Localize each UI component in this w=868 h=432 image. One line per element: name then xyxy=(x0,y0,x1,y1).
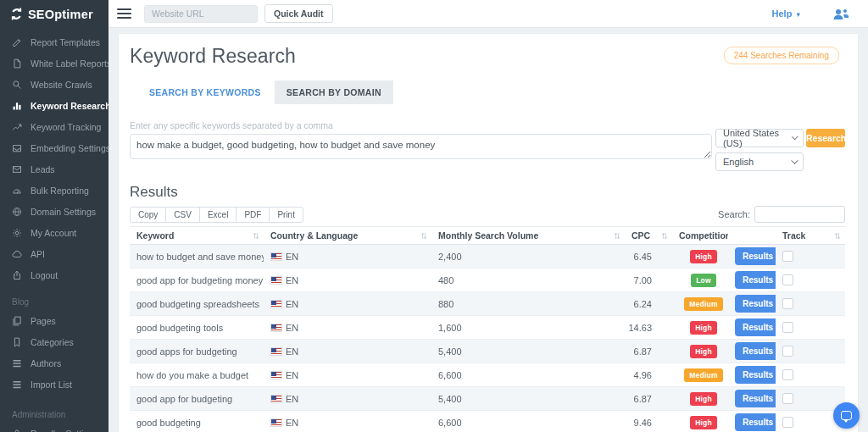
sort-icon[interactable]: ⇅ xyxy=(614,231,620,241)
sidebar-item-logout[interactable]: Logout xyxy=(0,264,108,285)
sidebar-item-categories[interactable]: Categories xyxy=(0,331,108,352)
track-checkbox[interactable] xyxy=(782,251,793,262)
column-header-keyword[interactable]: Keyword⇅ xyxy=(130,230,264,241)
us-flag-icon xyxy=(270,324,282,332)
track-cell xyxy=(776,251,845,262)
keyword-cell: good budgeting tools xyxy=(130,323,264,333)
bookmark-icon xyxy=(12,337,22,347)
main-content: Keyword Research 244 Searches Remaining … xyxy=(108,28,868,432)
quick-audit-button[interactable]: Quick Audit xyxy=(264,4,333,23)
sidebar-item-pages[interactable]: Pages xyxy=(0,310,108,331)
help-menu[interactable]: Help ▾ xyxy=(772,8,800,19)
actions-cell: Results xyxy=(728,295,776,313)
chat-widget-button[interactable] xyxy=(833,402,860,429)
competition-badge: Medium xyxy=(684,297,722,311)
results-button[interactable]: Results xyxy=(735,342,776,360)
track-checkbox[interactable] xyxy=(782,298,793,309)
column-header-track[interactable]: Track⇅ xyxy=(776,230,845,241)
volume-cell: 5,400 xyxy=(431,346,625,357)
users-icon[interactable] xyxy=(832,7,851,21)
country-select[interactable]: United States (US) xyxy=(715,129,804,147)
cpc-cell: 6.87 xyxy=(625,394,672,404)
copy-button[interactable]: Copy xyxy=(130,207,166,223)
keyword-cell: how to budget and save money xyxy=(130,252,264,262)
print-button[interactable]: Print xyxy=(269,207,303,223)
track-cell xyxy=(776,393,845,404)
sidebar-item-embedding-settings[interactable]: Embedding Settings xyxy=(0,137,108,158)
sidebar-item-import-list[interactable]: Import List xyxy=(0,374,108,395)
sort-icon[interactable]: ⇅ xyxy=(834,231,841,241)
gear-icon xyxy=(12,228,22,238)
competition-badge: High xyxy=(690,321,717,335)
sort-icon[interactable]: ⇅ xyxy=(661,231,668,241)
pdf-button[interactable]: PDF xyxy=(236,207,270,223)
language-select[interactable]: English xyxy=(715,152,804,171)
csv-button[interactable]: CSV xyxy=(165,207,200,223)
keyword-cell: good budgeting xyxy=(130,418,264,428)
sidebar-item-bulk-reporting[interactable]: Bulk Reporting xyxy=(0,180,108,201)
column-header-cpc[interactable]: CPC⇅ xyxy=(625,230,672,241)
table-search-input[interactable] xyxy=(754,206,845,223)
results-button[interactable]: Results xyxy=(735,366,776,384)
actions-cell: Results xyxy=(728,271,776,289)
sort-icon[interactable]: ⇅ xyxy=(420,231,427,241)
column-header-monthly-search-volume[interactable]: Monthly Search Volume⇅ xyxy=(431,230,625,241)
sort-icon[interactable]: ⇅ xyxy=(253,231,259,241)
keywords-input[interactable]: how make a budget, good budgeting, how t… xyxy=(130,134,712,159)
column-header-competition[interactable]: Competition xyxy=(672,230,728,241)
track-checkbox[interactable] xyxy=(782,393,793,404)
results-button[interactable]: Results xyxy=(735,295,776,313)
topbar: Quick Audit Help ▾ xyxy=(108,0,868,28)
person-icon xyxy=(12,429,22,432)
results-table: Keyword⇅ Country & Language⇅ Monthly Sea… xyxy=(130,226,845,432)
results-button[interactable]: Results xyxy=(735,318,776,336)
track-checkbox[interactable] xyxy=(782,274,793,285)
tab-search-by-domain[interactable]: SEARCH BY DOMAIN xyxy=(275,80,393,104)
results-button[interactable]: Results xyxy=(735,390,776,407)
table-row: good budgeting spreadsheets EN 880 6.24 … xyxy=(130,292,845,316)
country-language-cell: EN xyxy=(264,418,431,428)
excel-button[interactable]: Excel xyxy=(199,207,236,223)
results-button[interactable]: Results xyxy=(735,271,776,289)
cpc-cell: 6.24 xyxy=(625,299,672,309)
sidebar-item-domain-settings[interactable]: Domain Settings xyxy=(0,201,108,222)
menu-toggle-icon[interactable] xyxy=(117,8,131,19)
results-toolbar: Copy CSV Excel PDF Print Search: xyxy=(130,206,845,223)
volume-cell: 480 xyxy=(431,275,625,285)
cpc-cell: 6.45 xyxy=(625,252,672,262)
research-button[interactable]: Research xyxy=(806,129,845,147)
sidebar-item-my-account[interactable]: My Account xyxy=(0,222,108,243)
track-checkbox[interactable] xyxy=(782,369,793,380)
sidebar-item-reseller-settings[interactable]: Reseller Settings xyxy=(0,423,108,432)
chevron-down-icon: ▾ xyxy=(796,10,800,19)
column-header-country-language[interactable]: Country & Language⇅ xyxy=(264,230,431,241)
track-checkbox[interactable] xyxy=(782,322,793,333)
website-url-input[interactable] xyxy=(144,5,258,23)
competition-cell: High xyxy=(672,416,728,429)
sidebar-item-keyword-research[interactable]: Keyword Research xyxy=(0,95,108,116)
sidebar-item-report-templates[interactable]: Report Templates xyxy=(0,31,108,53)
sidebar: SEOptimer Report Templates White Label R… xyxy=(0,0,108,432)
track-checkbox[interactable] xyxy=(782,417,793,428)
sidebar-item-keyword-tracking[interactable]: Keyword Tracking xyxy=(0,116,108,137)
table-row: good budgeting EN 6,600 9.46 High Result… xyxy=(130,411,845,432)
competition-badge: High xyxy=(690,250,717,263)
country-language-cell: EN xyxy=(264,252,431,262)
track-checkbox[interactable] xyxy=(782,346,793,357)
sidebar-item-website-crawls[interactable]: Website Crawls xyxy=(0,74,108,95)
competition-cell: High xyxy=(672,345,728,358)
volume-cell: 2,400 xyxy=(431,252,625,262)
country-language-cell: EN xyxy=(264,394,431,404)
results-button[interactable]: Results xyxy=(735,247,776,265)
sidebar-item-white-label-reports[interactable]: White Label Reports xyxy=(0,53,108,74)
sidebar-item-leads[interactable]: Leads xyxy=(0,158,108,180)
inbox-icon xyxy=(12,143,22,153)
brand-logo[interactable]: SEOptimer xyxy=(0,0,108,28)
tab-search-by-keywords[interactable]: SEARCH BY KEYWORDS xyxy=(137,80,273,104)
sidebar-item-api[interactable]: API xyxy=(0,243,108,264)
volume-cell: 6,600 xyxy=(431,370,625,380)
sidebar-section-blog: Blog xyxy=(12,297,108,307)
sidebar-item-authors[interactable]: Authors xyxy=(0,352,108,374)
track-cell xyxy=(776,346,845,357)
results-button[interactable]: Results xyxy=(735,413,776,431)
